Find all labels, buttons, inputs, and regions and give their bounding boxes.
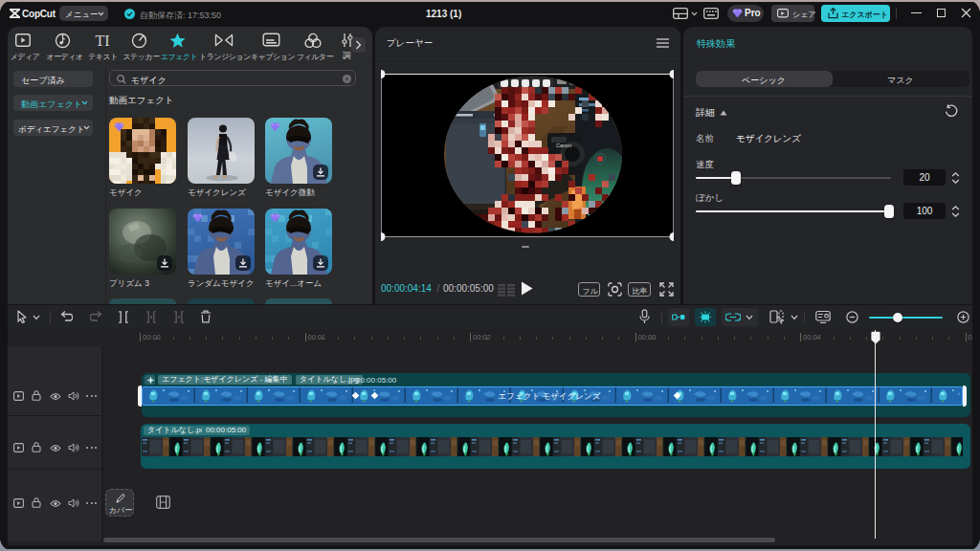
svg-text:Canon: Canon	[556, 143, 571, 148]
svg-text:TI: TI	[95, 33, 109, 48]
